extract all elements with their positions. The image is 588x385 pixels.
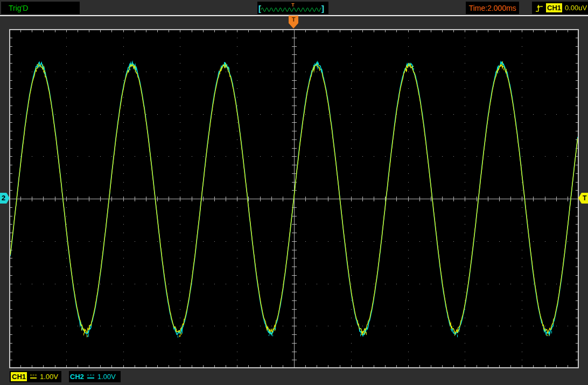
trigger-level-value: 0.00uV: [565, 4, 587, 12]
channel2-name-label: CH2: [70, 373, 84, 381]
scope-display: [9, 29, 579, 368]
channel1-name-badge: CH1: [11, 372, 27, 381]
timebase-label: Time:2.000ms: [468, 4, 516, 12]
trigger-status-box: Trig'D: [1, 2, 80, 14]
trigger-info-box: CH1 0.00uV: [532, 2, 588, 14]
channel2-ground-marker[interactable]: 2: [0, 193, 10, 204]
trigger-source-badge: CH1: [546, 3, 562, 12]
preview-trigger-marker: T: [291, 2, 295, 8]
trigger-status-label: Trig'D: [9, 4, 28, 12]
trigger-position-marker[interactable]: T: [289, 16, 298, 29]
channel2-scale-value: 1.00V: [97, 373, 116, 381]
rising-edge-trigger-icon: [535, 3, 543, 13]
waveform-preview-box[interactable]: [ ] T: [257, 2, 328, 14]
preview-right-bracket-icon: ]: [321, 3, 324, 14]
channel2-coupling-icon: [87, 375, 94, 379]
channel1-info-box[interactable]: CH1 1.00V: [10, 371, 61, 382]
channel2-info-box[interactable]: CH2 1.00V: [69, 371, 121, 382]
channel1-coupling-icon: [30, 375, 37, 379]
oscilloscope-window: Trig'D [ ] T Time:2.000ms CH1 0.00uV T 2…: [0, 0, 588, 385]
channel1-scale-value: 1.00V: [40, 373, 58, 381]
trigger-level-marker[interactable]: T: [578, 193, 588, 204]
timebase-box: Time:2.000ms: [466, 2, 519, 14]
